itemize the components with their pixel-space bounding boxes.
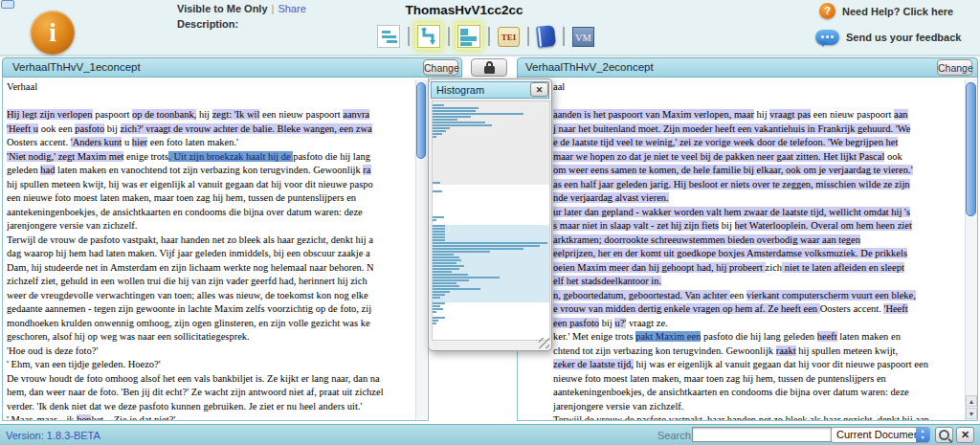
right-document-panel[interactable]: aalaanden is het paspoort van Maxim verl… bbox=[517, 78, 978, 421]
right-scrollbar-thumb[interactable] bbox=[966, 82, 976, 216]
search-clear-button[interactable]: ✕ bbox=[956, 427, 974, 443]
histogram-bar bbox=[433, 190, 442, 192]
resize-grip[interactable] bbox=[539, 338, 549, 348]
icon-bar bbox=[460, 42, 472, 46]
histogram-bar bbox=[433, 124, 492, 126]
histogram-bar bbox=[433, 107, 479, 109]
text-line: mondhoeken krulden onwennig omhoog, zijn… bbox=[7, 317, 428, 331]
histogram-section bbox=[433, 101, 549, 185]
bubble-dots bbox=[821, 35, 824, 38]
text-line: nieuwe foto moest laten maken, maar toen… bbox=[553, 372, 977, 387]
magnifier-icon bbox=[939, 430, 949, 440]
histogram-section bbox=[433, 185, 549, 225]
histogram-bar bbox=[433, 234, 445, 235]
histogram-bar bbox=[433, 297, 440, 299]
histogram-bar bbox=[433, 127, 450, 129]
feedback-bubble-icon[interactable] bbox=[815, 30, 839, 45]
icon-bar bbox=[382, 35, 396, 38]
text-line: aanden is het paspoort van Maxim verlope… bbox=[553, 108, 977, 122]
histogram-bar bbox=[433, 279, 469, 281]
text-line: ker.' Met enige trots pakt Maxim een pas… bbox=[553, 330, 977, 345]
feedback-label[interactable]: Send us your feedback bbox=[846, 32, 961, 43]
left-document-panel[interactable]: VerhaalHij legt zijn verlopen paspoort o… bbox=[2, 78, 429, 421]
histogram-bar bbox=[433, 236, 445, 238]
compare-bars-icon[interactable] bbox=[377, 25, 400, 48]
histogram-plot bbox=[432, 100, 550, 341]
view-toolbar: TEI VM bbox=[377, 25, 594, 48]
version-label: Version: 1.8.3-BETA bbox=[6, 430, 100, 441]
histogram-bar bbox=[433, 245, 540, 247]
book-icon[interactable] bbox=[536, 25, 556, 48]
visibility-label: Visible to Me Only bbox=[177, 3, 268, 14]
right-panel-header: VerhaalThHvV_2econcept bbox=[517, 57, 978, 78]
histogram-bar bbox=[433, 248, 523, 250]
text-line: weer de vreugdevolle verwachtingen van t… bbox=[7, 289, 428, 303]
tei-export-icon[interactable]: TEI bbox=[498, 27, 520, 47]
share-link[interactable]: Share bbox=[278, 3, 305, 14]
histogram-view-icon[interactable] bbox=[457, 25, 480, 48]
app-window: i Visible to Me Only|Share Description: … bbox=[0, 0, 980, 445]
scroll-down-arrow[interactable]: ▼ bbox=[966, 408, 977, 419]
text-line: ' Maar, maar... ik benhet... Zie je dat … bbox=[7, 413, 428, 421]
histogram-bar bbox=[433, 225, 445, 227]
histogram-bar bbox=[433, 231, 445, 233]
histogram-bar bbox=[433, 259, 461, 261]
search-go-button[interactable] bbox=[935, 427, 953, 443]
help-row[interactable]: ? Need Help? Click here bbox=[819, 3, 953, 19]
flow-glyph bbox=[418, 26, 439, 47]
search-input[interactable] bbox=[692, 427, 832, 442]
text-line: ' Ehm, van een tijdje geleden. Hoezo?' bbox=[7, 358, 428, 372]
histogram-bar bbox=[433, 285, 459, 287]
select-stepper-icon[interactable]: ▲▼ bbox=[916, 428, 929, 442]
text-line: aantekeningenboekjes, de ansichtkaarten … bbox=[553, 386, 977, 400]
histogram-bar bbox=[433, 274, 468, 276]
vm-icon[interactable]: VM bbox=[572, 27, 594, 47]
left-change-button[interactable]: Change bbox=[423, 59, 458, 76]
text-line: 'Niet nodig,' zegt Maxim met enige trots… bbox=[7, 150, 428, 165]
text-line: een pasfoto bij u?' vraagt ze. bbox=[553, 317, 977, 331]
feedback-row[interactable]: Send us your feedback bbox=[815, 30, 961, 45]
flow-view-icon[interactable] bbox=[417, 25, 440, 48]
left-scrollbar-thumb[interactable] bbox=[416, 82, 426, 159]
text-line: verder. 'Ik denk niet dat we deze pasfot… bbox=[7, 400, 428, 414]
toolbar-separator bbox=[448, 27, 450, 46]
text-line: Verhaal bbox=[7, 80, 428, 95]
left-witness-title: VerhaalThHvV_1econcept bbox=[12, 61, 141, 73]
text-line bbox=[553, 95, 977, 109]
text-line: gedaante aannemen - tegen zijn gewoonte … bbox=[7, 302, 428, 317]
text-line: De vrouw houdt de foto omhoog alsof het … bbox=[7, 372, 428, 387]
histogram-bar bbox=[433, 294, 445, 296]
text-line: nde verjaardag alvast vieren. bbox=[553, 191, 977, 206]
window-corner-chip bbox=[1, 0, 14, 9]
histogram-bar bbox=[433, 256, 459, 258]
text-line: e vrouw van midden dertig enkele vragen … bbox=[553, 302, 977, 317]
histogram-bar bbox=[433, 265, 464, 267]
help-icon[interactable]: ? bbox=[819, 3, 835, 19]
lock-icon bbox=[484, 66, 495, 74]
histogram-window[interactable]: Histogram ✕ bbox=[428, 78, 552, 351]
search-scope-value: Current Document bbox=[836, 429, 923, 440]
histogram-bar bbox=[433, 119, 457, 121]
info-icon[interactable]: i bbox=[31, 11, 75, 55]
search-label: Search: bbox=[657, 430, 694, 441]
histogram-bar bbox=[433, 228, 445, 230]
histogram-bar bbox=[433, 288, 480, 290]
right-document-text: aalaanden is het paspoort van Maxim verl… bbox=[518, 78, 977, 421]
close-icon[interactable]: ✕ bbox=[530, 82, 548, 97]
lock-scroll-button[interactable] bbox=[471, 58, 507, 77]
histogram-bar bbox=[433, 219, 436, 221]
help-label[interactable]: Need Help? Click here bbox=[842, 6, 953, 17]
text-line: aal bbox=[553, 80, 977, 95]
top-header: i Visible to Me Only|Share Description: … bbox=[0, 0, 980, 56]
histogram-bar bbox=[433, 122, 485, 123]
histogram-bar bbox=[433, 277, 500, 278]
text-line: geleden had laten maken en vanochtend to… bbox=[7, 164, 428, 178]
histogram-bar bbox=[433, 268, 459, 270]
text-line: aantekeningenboekjes, de ansichtkaarten … bbox=[7, 206, 428, 220]
scroll-up-arrow[interactable]: ▲ bbox=[966, 395, 977, 407]
toolbar-separator bbox=[488, 27, 490, 46]
separator: | bbox=[272, 3, 275, 14]
right-change-button[interactable]: Change bbox=[937, 59, 972, 76]
search-scope-select[interactable]: Current Document ▲▼ bbox=[831, 427, 930, 443]
text-line: hij spullen meteen kwijt, hij was er eig… bbox=[7, 178, 428, 192]
